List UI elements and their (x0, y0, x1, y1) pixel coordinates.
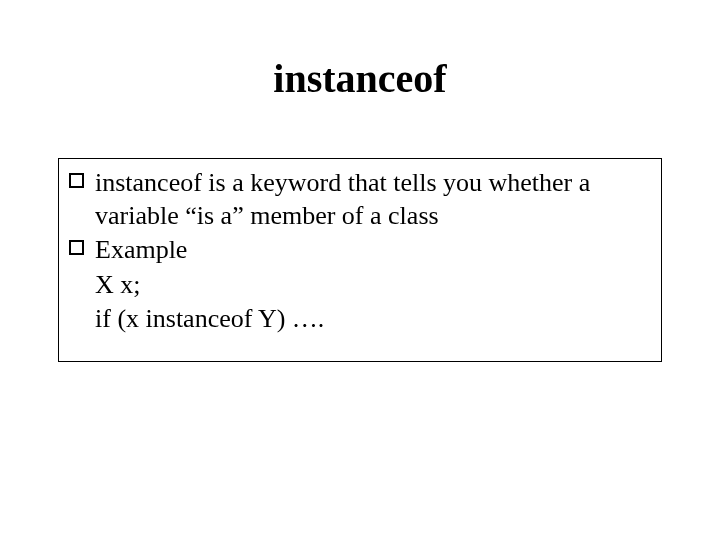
bullet-square-icon (69, 234, 95, 255)
bullet-text: Example (95, 234, 651, 267)
content-box: instanceof is a keyword that tells you w… (58, 158, 662, 362)
bullet-text: instanceof is a keyword that tells you w… (95, 167, 651, 232)
slide: instanceof instanceof is a keyword that … (0, 0, 720, 540)
code-line: if (x instanceof Y) …. (69, 303, 651, 336)
code-line: X x; (69, 269, 651, 302)
bullet-square-icon (69, 167, 95, 188)
slide-title: instanceof (0, 55, 720, 102)
bullet-item: instanceof is a keyword that tells you w… (69, 167, 651, 232)
bullet-item: Example (69, 234, 651, 267)
